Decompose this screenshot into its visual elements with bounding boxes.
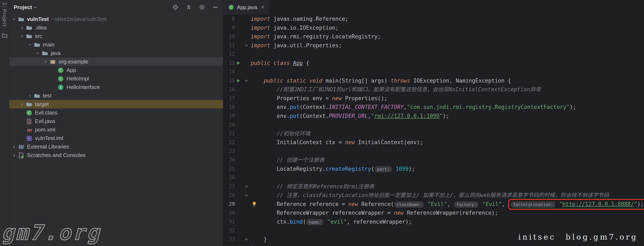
chevron-right-icon[interactable]: ›: [26, 93, 33, 99]
code-line-27[interactable]: 27 // 绑定恶意的Reference到rmi注册表: [223, 182, 644, 191]
line-number: 14: [223, 67, 235, 76]
chevron-down-icon[interactable]: ›: [42, 58, 49, 65]
line-number: 32: [223, 226, 235, 235]
code-line-15[interactable]: 15 public static void main(String[] args…: [223, 76, 644, 85]
scratches-icon: [18, 152, 25, 159]
chevron-down-icon[interactable]: ›: [35, 50, 41, 57]
url-string[interactable]: http://127.0.0.1:8888/: [562, 201, 634, 207]
chevron-right-icon[interactable]: ›: [11, 143, 18, 150]
code-line-26[interactable]: 26: [223, 173, 644, 182]
code-editor[interactable]: 8import javax.naming.Reference;9import j…: [223, 14, 644, 246]
tree-item-vulntest[interactable]: ›vulnTest~/d4m1ts/java/vulnTest: [9, 15, 223, 23]
folder-icon: [25, 101, 33, 108]
code-token: "Evil": [482, 201, 502, 207]
tree-item-evil-class[interactable]: CEvil.class: [9, 109, 223, 117]
tree-item-org-example[interactable]: ›org.example: [9, 57, 223, 66]
code-token: env.: [251, 104, 290, 110]
code-line-31[interactable]: 31 ctx.bind(name: "evil", referenceWrapp…: [223, 217, 644, 226]
folder-icon: [18, 15, 25, 23]
collapse-all-icon[interactable]: [185, 4, 192, 11]
chevron-right-icon[interactable]: ›: [11, 152, 18, 158]
settings-icon[interactable]: [198, 4, 206, 11]
code-text: // 绑定恶意的Reference到rmi注册表: [251, 182, 644, 191]
intention-bulb-icon[interactable]: [252, 201, 257, 207]
code-line-22[interactable]: 22 InitialContext ctx = new InitialConte…: [223, 138, 644, 147]
chevron-down-icon[interactable]: [32, 6, 39, 8]
code-line-24[interactable]: 24 // 创建一个注册表: [223, 156, 644, 164]
fold-icon[interactable]: [244, 193, 248, 197]
chevron-down-icon[interactable]: ›: [19, 33, 25, 40]
code-line-30[interactable]: 30 ReferenceWrapper referenceWrapper = n…: [223, 209, 644, 217]
gutter-marks: [235, 14, 251, 23]
close-icon[interactable]: [261, 4, 264, 10]
code-line-17[interactable]: 17 Properties env = new Properties();: [223, 94, 644, 103]
tree-item-helloimpl[interactable]: CHelloImpl: [9, 74, 223, 83]
code-line-9[interactable]: 9import java.io.IOException;: [223, 23, 644, 32]
code-token: // 注意，classFactoryLocation地址后面一定要加上/ 如果不…: [277, 192, 609, 198]
code-token: throws: [390, 78, 414, 84]
tree-item-src[interactable]: ›src: [9, 32, 223, 40]
tree-item-external-libraries[interactable]: ›External Libraries: [9, 142, 223, 151]
tree-item-app[interactable]: CApp: [9, 66, 223, 74]
code-text: import java.rmi.registry.LocateRegistry;: [251, 32, 644, 41]
fold-icon[interactable]: [244, 184, 248, 189]
folder-icon: [33, 92, 41, 100]
code-line-10[interactable]: 10import java.rmi.registry.LocateRegistr…: [223, 32, 644, 41]
code-line-20[interactable]: 20: [223, 120, 644, 129]
tool-window-stripe-project[interactable]: 1: Project: [2, 2, 7, 27]
tree-item-main[interactable]: ›main: [9, 40, 223, 49]
tree-item-java[interactable]: ›java: [9, 49, 223, 57]
run-icon[interactable]: [236, 61, 241, 66]
tree-item-pom-xml[interactable]: mpom.xml: [9, 125, 223, 134]
code-line-16[interactable]: 16 //配置JNDI工厂和JNDI的url和端口。如果没有配置这些信息，会出现…: [223, 85, 644, 94]
tree-item-test[interactable]: ›test: [9, 92, 223, 100]
code-line-19[interactable]: 19 env.put(Context.PROVIDER_URL,"rmi://1…: [223, 112, 644, 121]
chevron-down-icon[interactable]: ›: [11, 16, 18, 23]
code-line-18[interactable]: 18 env.put(Context.INITIAL_CONTEXT_FACTO…: [223, 103, 644, 112]
code-line-13[interactable]: 13public class App {: [223, 59, 644, 68]
hide-icon[interactable]: [212, 4, 219, 11]
url-string[interactable]: rmi://127.0.0.1:1099: [374, 113, 440, 119]
tree-item-label: pom.xml: [35, 126, 55, 133]
code-line-34[interactable]: 34}: [223, 244, 644, 246]
code-line-8[interactable]: 8import javax.naming.Reference;: [223, 14, 644, 23]
project-panel-title[interactable]: Project: [14, 4, 36, 10]
tree-item--idea[interactable]: ›.idea: [9, 23, 223, 32]
code-line-29[interactable]: 29 Reference reference = new Reference(c…: [223, 200, 644, 209]
code-line-25[interactable]: 25 LocateRegistry.createRegistry(port: 1…: [223, 164, 644, 173]
tree-item-vulntest-iml[interactable]: vulnTest.iml: [9, 134, 223, 142]
code-text: InitialContext ctx = new InitialContext(…: [251, 138, 644, 147]
tree-item-hellointerface[interactable]: IHelloInterface: [9, 83, 223, 92]
code-token: App: [293, 60, 303, 66]
project-tool-window-icon[interactable]: [2, 33, 8, 39]
chevron-right-icon[interactable]: ›: [19, 101, 25, 108]
code-line-14[interactable]: 14: [223, 67, 644, 76]
tree-item-scratches-and-consoles[interactable]: ›Scratches and Consoles: [9, 151, 223, 159]
fold-icon[interactable]: [244, 43, 248, 48]
code-token: );: [637, 201, 644, 207]
code-token: put: [290, 113, 300, 119]
code-line-23[interactable]: 23: [223, 147, 644, 156]
fold-icon[interactable]: [244, 78, 248, 83]
code-token: public static void: [264, 78, 326, 84]
code-line-21[interactable]: 21 //初始化环境: [223, 129, 644, 138]
tree-item-evil-java[interactable]: Evil.java: [9, 117, 223, 125]
code-token: [324, 219, 327, 225]
tab-app-java[interactable]: C App.java: [223, 0, 270, 14]
run-icon[interactable]: [236, 78, 241, 83]
tree-item-label: External Libraries: [27, 143, 69, 150]
code-token: [251, 130, 277, 137]
class-icon: C: [57, 75, 64, 83]
code-line-28[interactable]: 28 // 注意，classFactoryLocation地址后面一定要加上/ …: [223, 191, 644, 200]
code-token: ctx.: [251, 219, 290, 225]
code-line-12[interactable]: 12: [223, 50, 644, 59]
locate-icon[interactable]: [172, 4, 179, 11]
tree-item-target[interactable]: ›target: [9, 100, 223, 109]
line-number: 19: [223, 112, 235, 121]
code-line-11[interactable]: 11import java.util.Properties;: [223, 41, 644, 50]
fold-icon[interactable]: [244, 237, 248, 242]
code-token: new: [332, 95, 345, 102]
code-token: [251, 157, 277, 163]
chevron-down-icon[interactable]: ›: [27, 41, 33, 48]
chevron-right-icon[interactable]: ›: [19, 24, 25, 31]
